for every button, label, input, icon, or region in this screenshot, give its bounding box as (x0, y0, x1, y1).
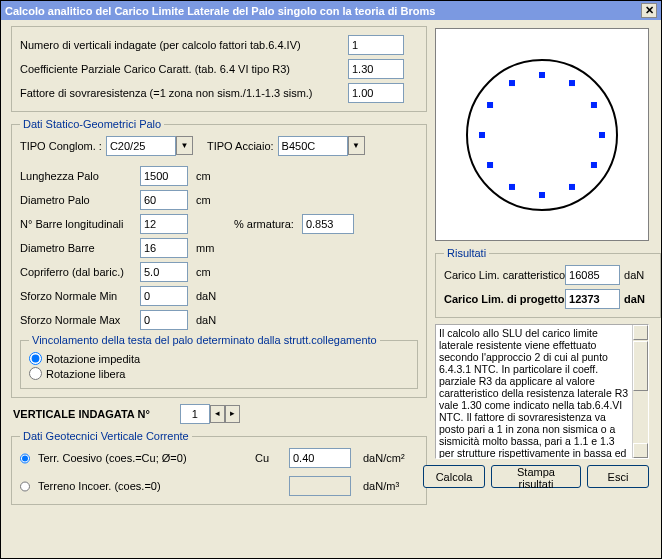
svg-rect-8 (509, 184, 515, 190)
lung-input[interactable] (140, 166, 188, 186)
stampa-button[interactable]: Stampa risultati (491, 465, 581, 488)
car-lim-prog-label: Carico Lim. di progetto (444, 293, 565, 305)
svg-rect-11 (487, 102, 493, 108)
diam-label: Diametro Palo (20, 194, 140, 206)
calcola-button[interactable]: Calcola (423, 465, 485, 488)
diam-barre-unit: mm (196, 242, 214, 254)
perc-arm-input[interactable] (302, 214, 354, 234)
coef-parz-input[interactable] (348, 59, 404, 79)
vert-indagata-label: VERTICALE INDAGATA N° (13, 408, 150, 420)
svg-rect-3 (591, 102, 597, 108)
perc-arm-label: % armatura: (234, 218, 294, 230)
terr-coesivo-label: Terr. Coesivo (coes.=Cu; Ø=0) (38, 452, 251, 464)
terr-incoer-label: Terreno Incoer. (coes.=0) (38, 480, 251, 492)
nmin-label: Sforzo Normale Min (20, 290, 140, 302)
scroll-thumb[interactable] (633, 341, 648, 391)
car-lim-car-val[interactable] (565, 265, 620, 285)
terr-coesivo-radio[interactable] (20, 452, 30, 465)
diam-input[interactable] (140, 190, 188, 210)
svg-rect-1 (539, 72, 545, 78)
terr-incoer-radio[interactable] (20, 480, 30, 493)
svg-point-0 (467, 60, 617, 210)
coef-parz-label: Coefficiente Parziale Carico Caratt. (ta… (20, 63, 348, 75)
spin-next-icon[interactable]: ▸ (225, 405, 240, 423)
nmin-input[interactable] (140, 286, 188, 306)
tipo-acc-select[interactable] (278, 136, 348, 156)
car-lim-car-label: Carico Lim. caratteristico (444, 269, 565, 281)
chevron-down-icon[interactable]: ▼ (348, 136, 365, 155)
svg-rect-10 (479, 132, 485, 138)
svg-rect-2 (569, 80, 575, 86)
svg-rect-5 (591, 162, 597, 168)
svg-rect-4 (599, 132, 605, 138)
cu-input[interactable] (289, 448, 351, 468)
log-textarea[interactable]: Il calcolo allo SLU del carico limite la… (435, 324, 649, 459)
spin-prev-icon[interactable]: ◂ (210, 405, 225, 423)
pile-section-canvas (435, 28, 649, 241)
lung-unit: cm (196, 170, 211, 182)
window-title: Calcolo analitico del Carico Limite Late… (5, 5, 435, 17)
rot-libera-radio[interactable] (29, 367, 42, 380)
svg-rect-6 (569, 184, 575, 190)
esci-button[interactable]: Esci (587, 465, 649, 488)
geo-legend: Dati Geotecnici Verticale Corrente (20, 430, 192, 442)
dati-palo-group: Dati Statico-Geometrici Palo TIPO Conglo… (11, 118, 427, 398)
nmax-label: Sforzo Normale Max (20, 314, 140, 326)
lung-label: Lunghezza Palo (20, 170, 140, 182)
num-vert-input[interactable] (348, 35, 404, 55)
risultati-group: Risultati Carico Lim. caratteristico daN… (435, 247, 661, 318)
diam-barre-label: Diametro Barre (20, 242, 140, 254)
svg-rect-7 (539, 192, 545, 198)
nmax-unit: daN (196, 314, 216, 326)
nmax-input[interactable] (140, 310, 188, 330)
log-text: Il calcolo allo SLU del carico limite la… (439, 327, 645, 459)
nbarre-label: N° Barre longitudinali (20, 218, 140, 230)
rot-libera-label: Rotazione libera (46, 368, 126, 380)
vincolamento-legend: Vincolamento della testa del palo determ… (29, 334, 380, 346)
scrollbar[interactable] (632, 325, 648, 458)
rot-impedita-label: Rotazione impedita (46, 353, 140, 365)
diam-unit: cm (196, 194, 211, 206)
rot-impedita-radio[interactable] (29, 352, 42, 365)
dati-palo-legend: Dati Statico-Geometrici Palo (20, 118, 164, 130)
gamma-unit: daN/m³ (363, 480, 418, 492)
nbarre-input[interactable] (140, 214, 188, 234)
risultati-legend: Risultati (444, 247, 489, 259)
fatt-sovr-label: Fattore di sovraresistenza (=1 zona non … (20, 87, 348, 99)
vert-num-input[interactable] (180, 404, 210, 424)
copri-input[interactable] (140, 262, 188, 282)
tipo-cong-select[interactable] (106, 136, 176, 156)
close-icon[interactable]: ✕ (641, 3, 657, 18)
copri-unit: cm (196, 266, 211, 278)
copri-label: Copriferro (dal baric.) (20, 266, 140, 278)
car-lim-car-unit: daN (620, 269, 652, 281)
top-params: Numero di verticali indagate (per calcol… (11, 26, 427, 112)
scroll-down-icon[interactable] (633, 443, 648, 458)
gamma-input (289, 476, 351, 496)
geo-group: Dati Geotecnici Verticale Corrente Terr.… (11, 430, 427, 505)
tipo-cong-label: TIPO Conglom. : (20, 140, 102, 152)
fatt-sovr-input[interactable] (348, 83, 404, 103)
num-vert-label: Numero di verticali indagate (per calcol… (20, 39, 348, 51)
nmin-unit: daN (196, 290, 216, 302)
diam-barre-input[interactable] (140, 238, 188, 258)
cu-label: Cu (255, 452, 285, 464)
vincolamento-group: Vincolamento della testa del palo determ… (20, 334, 418, 389)
svg-rect-9 (487, 162, 493, 168)
chevron-down-icon[interactable]: ▼ (176, 136, 193, 155)
cu-unit: daN/cm² (363, 452, 418, 464)
car-lim-prog-unit: daN (620, 293, 652, 305)
car-lim-prog-val[interactable] (565, 289, 620, 309)
svg-rect-12 (509, 80, 515, 86)
scroll-up-icon[interactable] (633, 325, 648, 340)
tipo-acc-label: TIPO Acciaio: (207, 140, 274, 152)
